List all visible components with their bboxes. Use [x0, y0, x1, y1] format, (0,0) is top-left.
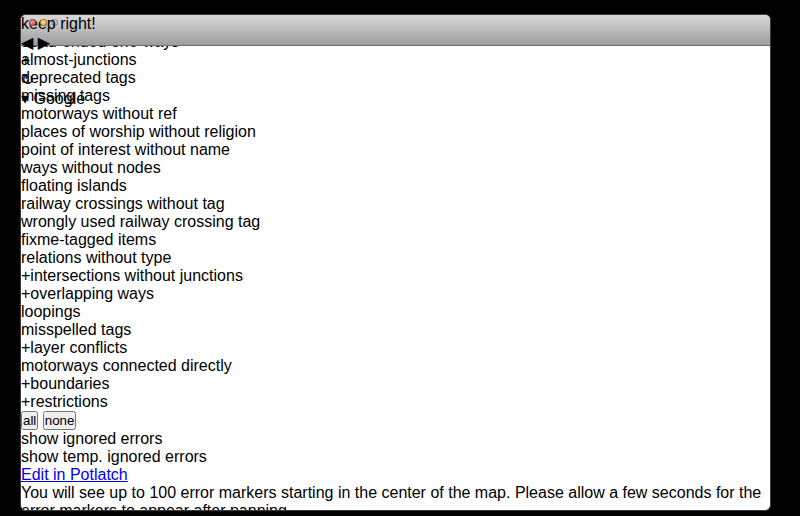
- error-type-label: places of worship without religion: [21, 123, 256, 140]
- select-all-button[interactable]: all: [21, 411, 38, 430]
- expand-plus-icon[interactable]: +: [21, 267, 30, 284]
- sidebar-bottom-panel: all none show ignored errors show temp. …: [21, 411, 770, 511]
- error-type-row: point of interest without name: [21, 141, 770, 159]
- error-type-label: relations without type: [21, 249, 171, 266]
- zoom-window-button[interactable]: [51, 19, 58, 26]
- error-type-row: +overlapping ways: [21, 285, 770, 303]
- select-none-button[interactable]: none: [43, 411, 77, 430]
- error-type-label: restrictions: [30, 393, 107, 410]
- show-temp-ignored-label: show temp. ignored errors: [21, 448, 207, 465]
- error-type-label: overlapping ways: [30, 285, 154, 302]
- error-type-row: loopings: [21, 303, 770, 321]
- minimize-window-button[interactable]: [40, 19, 47, 26]
- error-type-row: ways without nodes: [21, 159, 770, 177]
- search-engine-dropdown-icon[interactable]: ▾: [21, 90, 29, 107]
- search-placeholder: Google: [33, 90, 85, 107]
- back-button[interactable]: ◀: [21, 34, 33, 51]
- error-type-row: floating islands: [21, 177, 770, 195]
- error-type-label: intersections without junctions: [30, 267, 243, 284]
- address-bar[interactable]: ↻: [21, 70, 770, 89]
- error-type-row: misspelled tags: [21, 321, 770, 339]
- edit-in-potlatch-link[interactable]: Edit in Potlatch: [21, 466, 128, 483]
- expand-plus-icon[interactable]: +: [21, 285, 30, 302]
- error-type-row: fixme-tagged items: [21, 231, 770, 249]
- search-field[interactable]: ▾ Google: [21, 89, 770, 108]
- error-type-label: floating islands: [21, 177, 127, 194]
- error-type-label: loopings: [21, 303, 81, 320]
- error-type-label: layer conflicts: [30, 339, 127, 356]
- error-type-row: +intersections without junctions: [21, 267, 770, 285]
- expand-plus-icon[interactable]: +: [21, 339, 30, 356]
- error-type-label: railway crossings without tag: [21, 195, 225, 212]
- window-chrome: keep right! ◀ ▶ + ↻ ▾ Google: [21, 15, 770, 46]
- error-type-row: places of worship without religion: [21, 123, 770, 141]
- error-type-label: wrongly used railway crossing tag: [21, 213, 260, 230]
- error-type-row: railway crossings without tag: [21, 195, 770, 213]
- error-type-row: relations without type: [21, 249, 770, 267]
- sidebar-info-text: You will see up to 100 error markers sta…: [21, 484, 770, 511]
- error-type-label: misspelled tags: [21, 321, 131, 338]
- close-window-button[interactable]: [29, 19, 36, 26]
- expand-plus-icon[interactable]: +: [21, 393, 30, 410]
- error-type-row: motorways connected directly: [21, 357, 770, 375]
- error-type-label: ways without nodes: [21, 159, 161, 176]
- traffic-lights: [29, 19, 58, 26]
- error-type-label: motorways connected directly: [21, 357, 232, 374]
- expand-plus-icon[interactable]: +: [21, 375, 30, 392]
- error-type-label: point of interest without name: [21, 141, 230, 158]
- reload-icon[interactable]: ↻: [21, 71, 34, 88]
- error-type-row: +boundaries: [21, 375, 770, 393]
- window-title: keep right!: [21, 15, 770, 33]
- show-ignored-label: show ignored errors: [21, 430, 162, 447]
- browser-window: keep right! ◀ ▶ + ↻ ▾ Google: [20, 14, 771, 511]
- error-type-row: wrongly used railway crossing tag: [21, 213, 770, 231]
- forward-button[interactable]: ▶: [38, 34, 50, 51]
- error-type-label: boundaries: [30, 375, 109, 392]
- error-type-row: +layer conflicts: [21, 339, 770, 357]
- error-type-row: +restrictions: [21, 393, 770, 411]
- error-type-label: fixme-tagged items: [21, 231, 156, 248]
- new-tab-button[interactable]: +: [21, 52, 30, 69]
